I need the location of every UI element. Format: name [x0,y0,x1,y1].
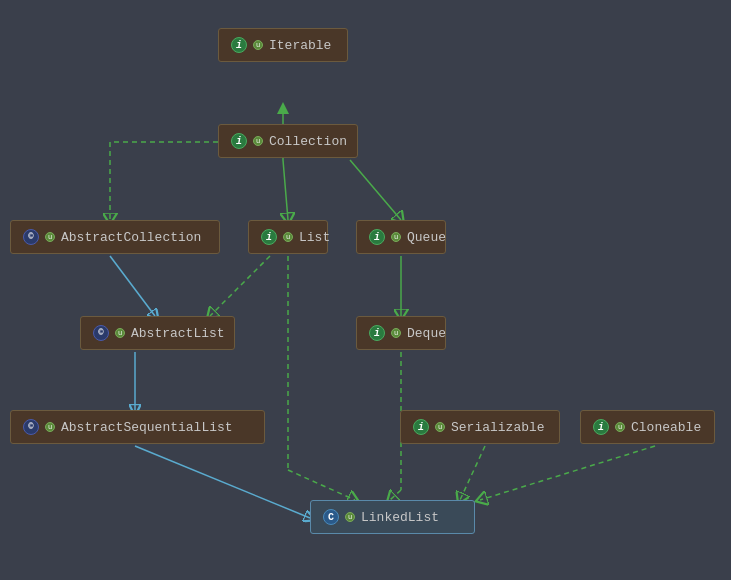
icon-serializable-sub: u [435,422,445,432]
svg-line-15 [288,470,355,500]
arrows-svg [0,0,731,580]
node-abstract-list[interactable]: © u AbstractList [80,316,235,350]
node-collection[interactable]: i u Collection [218,124,358,158]
icon-queue: i [369,229,385,245]
svg-line-12 [460,446,485,500]
label-list: List [299,230,330,245]
icon-queue-sub: u [391,232,401,242]
icon-abstract-collection: © [23,229,39,245]
label-abstract-sequential-list: AbstractSequentialList [61,420,233,435]
svg-line-13 [480,446,655,500]
icon-abstract-collection-sub: u [45,232,55,242]
icon-cloneable-sub: u [615,422,625,432]
label-collection: Collection [269,134,347,149]
icon-linked-list-sub: u [345,512,355,522]
label-iterable: Iterable [269,38,331,53]
svg-line-11 [390,490,401,500]
node-serializable[interactable]: i u Serializable [400,410,560,444]
icon-abstract-list: © [93,325,109,341]
node-abstract-collection[interactable]: © u AbstractCollection [10,220,220,254]
icon-iterable: i [231,37,247,53]
label-deque: Deque [407,326,446,341]
label-queue: Queue [407,230,446,245]
svg-line-6 [210,256,270,316]
label-linked-list: LinkedList [361,510,439,525]
icon-collection: i [231,133,247,149]
svg-line-3 [283,160,288,220]
icon-deque: i [369,325,385,341]
node-iterable[interactable]: i u Iterable [218,28,348,62]
svg-line-4 [350,160,401,220]
icon-abstract-list-sub: u [115,328,125,338]
svg-line-5 [110,256,155,316]
icon-deque-sub: u [391,328,401,338]
icon-abstract-sequential-list: © [23,419,39,435]
node-queue[interactable]: i u Queue [356,220,446,254]
node-cloneable[interactable]: i u Cloneable [580,410,715,444]
icon-collection-sub: u [253,136,263,146]
label-abstract-collection: AbstractCollection [61,230,201,245]
label-cloneable: Cloneable [631,420,701,435]
label-abstract-list: AbstractList [131,326,225,341]
icon-cloneable: i [593,419,609,435]
icon-serializable: i [413,419,429,435]
icon-abstract-sequential-list-sub: u [45,422,55,432]
node-list[interactable]: i u List [248,220,328,254]
icon-list-sub: u [283,232,293,242]
label-serializable: Serializable [451,420,545,435]
icon-linked-list: C [323,509,339,525]
node-linked-list[interactable]: C u LinkedList [310,500,475,534]
node-abstract-sequential-list[interactable]: © u AbstractSequentialList [10,410,265,444]
diagram-container: i u Iterable i u Collection © u Abstract… [0,0,731,580]
icon-list: i [261,229,277,245]
svg-line-9 [135,446,310,518]
node-deque[interactable]: i u Deque [356,316,446,350]
icon-iterable-sub: u [253,40,263,50]
